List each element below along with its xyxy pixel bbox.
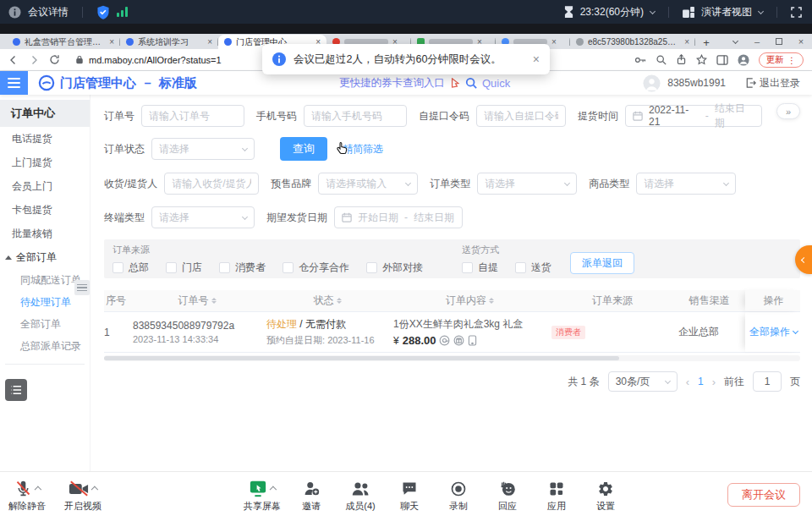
col-order-no-sortable[interactable]: 订单号: [133, 290, 266, 311]
checkbox-consumer[interactable]: 消费者: [219, 261, 266, 275]
share-screen-button[interactable]: 共享屏幕: [244, 478, 281, 513]
checkbox[interactable]: [283, 262, 294, 273]
sidebar-subitem-all-orders[interactable]: 全部订单: [0, 313, 90, 335]
view-mode-label[interactable]: 演讲者视图: [701, 5, 752, 19]
reload-icon[interactable]: [49, 54, 60, 65]
settings-button[interactable]: 设置: [587, 478, 624, 513]
row-actions-dropdown[interactable]: 全部操作: [749, 325, 798, 339]
submenu-drag-handle[interactable]: [74, 280, 90, 295]
share-icon[interactable]: [676, 54, 687, 65]
profile-icon[interactable]: [738, 54, 749, 66]
quick-label[interactable]: Quick: [482, 77, 510, 90]
checkbox-delivery[interactable]: 送货: [515, 261, 551, 275]
pickup-date-range[interactable]: 2022-11-21 - 结束日期: [625, 105, 762, 127]
sidebar-item-batch-verify[interactable]: 批量核销: [0, 222, 90, 245]
sort-icon[interactable]: [211, 295, 217, 306]
fullscreen-icon[interactable]: [791, 7, 802, 18]
pickup-start-date[interactable]: 2022-11-21: [649, 104, 700, 128]
view-dropdown-icon[interactable]: [758, 8, 764, 14]
url-field[interactable]: md.maboy.cn/AllOrder?status=1: [75, 55, 222, 65]
leave-meeting-button[interactable]: 离开会议: [727, 483, 800, 507]
tab-search-icon[interactable]: [724, 34, 746, 49]
collapse-filters-button[interactable]: »: [776, 103, 800, 119]
simple-filter-link[interactable]: 精简筛选: [343, 142, 383, 156]
sidebar-item-card-pickup[interactable]: 卡包提货: [0, 198, 90, 222]
query-button[interactable]: 查询: [280, 137, 327, 161]
banner-close-icon[interactable]: ×: [533, 52, 540, 66]
bookmark-star-icon[interactable]: [696, 54, 707, 65]
order-status-select[interactable]: 请选择: [151, 138, 255, 160]
avatar[interactable]: [643, 74, 661, 92]
chat-button[interactable]: 聊天: [391, 478, 428, 513]
quick-search-icon[interactable]: [465, 77, 477, 89]
promo-entry[interactable]: 更快捷的券卡查询入口 Quick: [339, 76, 510, 91]
sort-icon[interactable]: [337, 295, 342, 306]
terminal-type-select[interactable]: 请选择: [151, 206, 255, 228]
meeting-details-label[interactable]: 会议详情: [28, 5, 69, 19]
checkbox-self-pickup[interactable]: 自提: [462, 261, 498, 275]
checkbox[interactable]: [515, 262, 526, 273]
checkbox[interactable]: [112, 262, 123, 273]
sidebar-subitem-hq-dispatch-log[interactable]: 总部派单记录: [0, 335, 90, 357]
sidebar-item-all-orders-parent[interactable]: 全部订单: [0, 245, 90, 269]
pickup-code-input[interactable]: [476, 105, 566, 127]
ship-start-date[interactable]: 开始日期: [358, 211, 398, 225]
browser-tab-1[interactable]: 礼盒营销平台管理中心 ×: [7, 35, 120, 49]
browser-tab-7[interactable]: e8c573980b1328a258fd2e6f8 ×: [570, 35, 695, 49]
window-close-button[interactable]: ×: [790, 34, 812, 49]
key-icon[interactable]: [634, 55, 646, 65]
unmute-button[interactable]: 解除静音: [8, 478, 46, 513]
horizontal-scrollbar[interactable]: [104, 355, 800, 361]
browser-update-button[interactable]: 更新 ⋮: [759, 52, 804, 68]
receiver-input[interactable]: [164, 173, 259, 195]
apps-button[interactable]: 应用: [538, 478, 575, 513]
reactions-button[interactable]: 回应: [489, 478, 526, 513]
username[interactable]: 8385wb1991: [667, 77, 726, 89]
pickup-end-date[interactable]: 结束日期: [715, 102, 754, 130]
share-options-chevron[interactable]: [270, 486, 277, 493]
mic-options-chevron[interactable]: [34, 486, 41, 493]
promo-text[interactable]: 更快捷的券卡查询入口: [339, 76, 445, 91]
sort-icon[interactable]: [489, 295, 494, 306]
phone-input[interactable]: [304, 105, 407, 127]
hamburger-menu-button[interactable]: [0, 71, 28, 95]
back-icon[interactable]: [8, 55, 19, 65]
network-signal-icon[interactable]: [117, 7, 128, 17]
zoom-icon[interactable]: [656, 54, 667, 65]
page-size-select[interactable]: 30条/页: [608, 371, 678, 392]
browser-tab-2[interactable]: 系统培训学习 ×: [120, 35, 218, 49]
sidebar-item-phone-pickup[interactable]: 电话提货: [0, 127, 90, 151]
list-toggle-button[interactable]: [5, 379, 27, 401]
goods-type-select[interactable]: 请选择: [636, 173, 736, 195]
more-menu-icon[interactable]: ⋮: [787, 55, 797, 65]
members-button[interactable]: 成员(4): [342, 478, 379, 513]
prev-page-button[interactable]: ‹: [686, 376, 689, 388]
window-maximize-button[interactable]: [768, 34, 790, 49]
tab-close-icon[interactable]: ×: [551, 37, 557, 47]
checkbox[interactable]: [219, 262, 230, 273]
checkbox-warehouse-share[interactable]: 仓分享合作: [283, 261, 349, 275]
tab-close-icon[interactable]: ×: [684, 37, 689, 47]
col-content-sortable[interactable]: 订单内容: [393, 290, 551, 311]
order-no-input[interactable]: [141, 105, 244, 127]
record-button[interactable]: 录制: [440, 478, 477, 513]
sidebar-item-member-visit[interactable]: 会员上门: [0, 174, 90, 198]
scrollbar-thumb[interactable]: [104, 356, 619, 360]
current-page[interactable]: 1: [698, 376, 704, 387]
sidebar-item-door-pickup[interactable]: 上门提货: [0, 151, 90, 174]
tab-close-icon[interactable]: ×: [207, 37, 212, 47]
window-minimize-button[interactable]: –: [746, 34, 768, 49]
logout-button[interactable]: 退出登录: [746, 76, 800, 91]
checkbox[interactable]: [462, 262, 473, 273]
brand-select[interactable]: 请选择或输入: [318, 173, 418, 195]
checkbox-hq[interactable]: 总部: [112, 261, 149, 275]
ship-date-range[interactable]: 开始日期 - 结束日期: [334, 206, 463, 228]
new-tab-button[interactable]: +: [699, 36, 714, 49]
goto-page-input[interactable]: [753, 371, 782, 392]
checkbox-store[interactable]: 门店: [166, 261, 202, 275]
col-status-sortable[interactable]: 状态: [266, 290, 393, 311]
order-type-select[interactable]: 请选择: [477, 173, 577, 195]
checkbox[interactable]: [166, 262, 177, 273]
next-page-button[interactable]: ›: [712, 376, 716, 388]
side-panel-icon[interactable]: [716, 55, 728, 65]
